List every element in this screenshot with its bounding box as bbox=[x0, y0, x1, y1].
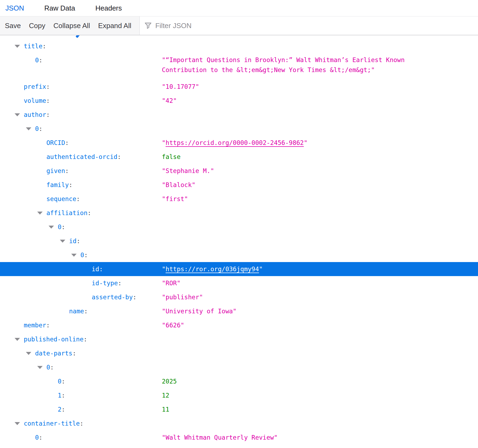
tree-row[interactable]: title: bbox=[0, 39, 478, 53]
key-label: 0: bbox=[35, 430, 43, 444]
chevron-down-icon[interactable] bbox=[15, 338, 20, 341]
tree-row[interactable]: 0: bbox=[0, 122, 478, 136]
colon: : bbox=[62, 392, 65, 399]
tree-row[interactable]: sequence:"first" bbox=[0, 192, 478, 206]
tab-json[interactable]: JSON bbox=[5, 0, 24, 16]
tree-row[interactable]: id-type:"ROR" bbox=[0, 276, 478, 290]
tree-row[interactable]: container-title: bbox=[0, 416, 478, 430]
key-label: id-type: bbox=[92, 276, 122, 290]
colon: : bbox=[39, 57, 43, 64]
key-label: 0: bbox=[80, 248, 88, 262]
chevron-down-icon[interactable] bbox=[37, 366, 43, 369]
tree-row[interactable]: id:"https://ror.org/036jqmy94" bbox=[0, 262, 478, 276]
chevron-down-icon[interactable] bbox=[15, 422, 20, 425]
value-string: "10.17077" bbox=[162, 80, 199, 94]
chevron-down-icon[interactable] bbox=[15, 113, 20, 116]
value-link[interactable]: https://ror.org/036jqmy94 bbox=[166, 266, 259, 273]
clipped-row[interactable] bbox=[0, 35, 478, 39]
colon: : bbox=[65, 167, 69, 174]
colon: : bbox=[77, 237, 80, 245]
value-string: "“Important Questions in Brooklyn:” Walt… bbox=[162, 53, 415, 80]
value-string: "42" bbox=[162, 94, 177, 108]
chevron-down-icon[interactable] bbox=[15, 45, 20, 48]
tree-row[interactable]: 0:"“Important Questions in Brooklyn:” Wa… bbox=[0, 53, 478, 80]
key-label: id: bbox=[69, 234, 80, 248]
key-label: title: bbox=[24, 39, 46, 53]
tree-row[interactable]: affiliation: bbox=[0, 206, 478, 220]
tree-row[interactable]: 0: bbox=[0, 360, 478, 374]
key-label: id: bbox=[92, 262, 103, 276]
filter-json-input[interactable] bbox=[140, 16, 478, 35]
key-label: member: bbox=[24, 318, 50, 332]
colon: : bbox=[62, 406, 65, 413]
value-number: 11 bbox=[162, 402, 169, 416]
chevron-down-icon[interactable] bbox=[26, 352, 31, 355]
tree-row[interactable]: family:"Blalock" bbox=[0, 178, 478, 192]
value-string: "6626" bbox=[162, 318, 184, 332]
tree-row[interactable]: authenticated-orcid:false bbox=[0, 150, 478, 164]
colon: : bbox=[117, 153, 121, 160]
tree-row[interactable]: prefix:"10.17077" bbox=[0, 80, 478, 94]
tab-raw-data[interactable]: Raw Data bbox=[44, 0, 75, 16]
colon: : bbox=[46, 97, 50, 104]
value-string: "https://ror.org/036jqmy94" bbox=[162, 262, 263, 276]
chevron-down-icon[interactable] bbox=[26, 127, 31, 130]
colon: : bbox=[39, 125, 43, 132]
key-label: authenticated-orcid: bbox=[46, 150, 121, 164]
key-label: 0: bbox=[35, 122, 43, 136]
key-label: affiliation: bbox=[46, 206, 91, 220]
tree-row[interactable]: name:"University of Iowa" bbox=[0, 304, 478, 318]
key-label: 0: bbox=[58, 374, 65, 388]
key-label: published-online: bbox=[24, 332, 87, 346]
key-label: prefix: bbox=[24, 80, 50, 94]
key-label: sequence: bbox=[46, 192, 80, 206]
tree-row[interactable]: 2:11 bbox=[0, 402, 478, 416]
tree-row[interactable]: 1:12 bbox=[0, 388, 478, 402]
tree-row[interactable]: author: bbox=[0, 108, 478, 122]
tree-row[interactable]: id: bbox=[0, 234, 478, 248]
tree-row[interactable]: ORCID:"https://orcid.org/0000-0002-2456-… bbox=[0, 136, 478, 150]
colon: : bbox=[84, 308, 88, 315]
value-string: "ROR" bbox=[162, 276, 180, 290]
collapse-all-button[interactable]: Collapse All bbox=[53, 22, 90, 30]
json-toolbar: Save Copy Collapse All Expand All bbox=[0, 16, 478, 35]
value-string: "Walt Whitman Quarterly Review" bbox=[162, 430, 278, 444]
tab-headers[interactable]: Headers bbox=[95, 0, 122, 16]
tree-row[interactable]: 0: bbox=[0, 220, 478, 234]
key-label: author: bbox=[24, 108, 50, 122]
tree-row[interactable]: published-online: bbox=[0, 332, 478, 346]
tree-row[interactable]: date-parts: bbox=[0, 346, 478, 360]
expand-all-button[interactable]: Expand All bbox=[98, 22, 131, 30]
colon: : bbox=[69, 181, 73, 188]
key-label: family: bbox=[46, 178, 73, 192]
key-label: 0: bbox=[58, 220, 65, 234]
colon: : bbox=[80, 420, 84, 427]
tree-row[interactable]: 0:"Walt Whitman Quarterly Review" bbox=[0, 430, 478, 444]
key-label: date-parts: bbox=[35, 346, 76, 360]
colon: : bbox=[46, 322, 50, 329]
tree-row[interactable]: member:"6626" bbox=[0, 318, 478, 332]
chevron-down-icon[interactable] bbox=[60, 240, 65, 243]
colon: : bbox=[87, 209, 91, 216]
chevron-down-icon[interactable] bbox=[37, 212, 43, 215]
tree-row[interactable]: asserted-by:"publisher" bbox=[0, 290, 478, 304]
chevron-down-icon[interactable] bbox=[71, 254, 77, 257]
value-string: "Stephanie M." bbox=[162, 164, 214, 178]
copy-button[interactable]: Copy bbox=[29, 22, 45, 30]
colon: : bbox=[46, 111, 50, 118]
value-string: "publisher" bbox=[162, 290, 203, 304]
colon: : bbox=[50, 364, 54, 371]
chevron-down-icon[interactable] bbox=[49, 226, 54, 229]
tree-row[interactable]: given:"Stephanie M." bbox=[0, 164, 478, 178]
tree-row[interactable]: 0:2025 bbox=[0, 374, 478, 388]
value-number: 12 bbox=[162, 388, 169, 402]
colon: : bbox=[99, 266, 103, 273]
key-label: given: bbox=[46, 164, 69, 178]
save-button[interactable]: Save bbox=[5, 22, 21, 30]
tree-row[interactable]: 0: bbox=[0, 248, 478, 262]
colon: : bbox=[84, 336, 87, 343]
value-link[interactable]: https://orcid.org/0000-0002-2456-9862 bbox=[166, 139, 304, 146]
colon: : bbox=[133, 294, 136, 301]
colon: : bbox=[62, 378, 65, 385]
tree-row[interactable]: volume:"42" bbox=[0, 94, 478, 108]
